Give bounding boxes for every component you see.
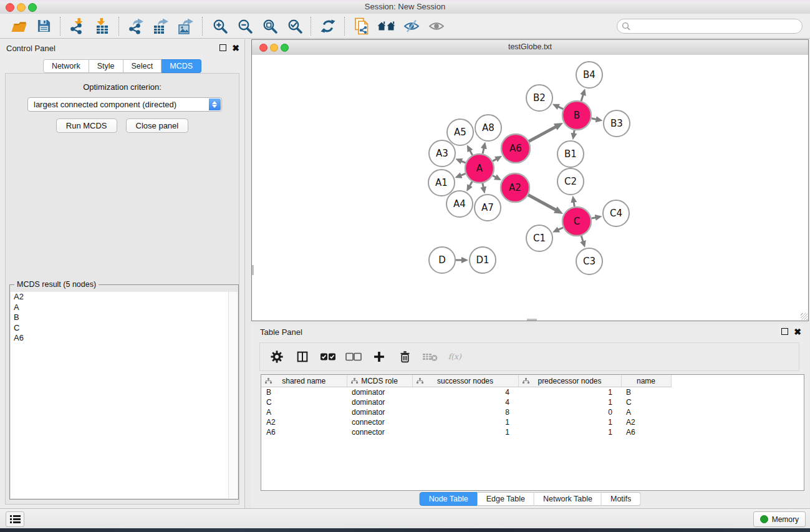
node-table-container[interactable]: shared nameMCDS rolesuccessor nodesprede…: [261, 374, 804, 491]
graph-node-A4[interactable]: A4: [446, 191, 473, 217]
graph-edge-A-A5[interactable]: [470, 150, 473, 155]
graph-node-A1[interactable]: A1: [428, 170, 455, 196]
result-node-item[interactable]: A: [11, 302, 229, 313]
result-node-item[interactable]: C: [11, 323, 229, 334]
table-cell[interactable]: A2: [261, 417, 347, 427]
tab-select[interactable]: Select: [123, 59, 162, 73]
resize-grip[interactable]: [801, 313, 808, 320]
graph-node-A2[interactable]: A2: [501, 173, 529, 202]
float-table-panel-icon[interactable]: [781, 328, 788, 335]
table-cell[interactable]: C: [621, 397, 671, 407]
table-cell[interactable]: A2: [621, 417, 671, 427]
table-cell[interactable]: B: [621, 387, 671, 398]
export-image-button[interactable]: [173, 16, 198, 37]
criterion-dropdown[interactable]: largest connected component (directed): [27, 97, 222, 112]
table-cell[interactable]: 1: [412, 417, 518, 427]
refresh-button[interactable]: [316, 16, 340, 37]
graph-node-B4[interactable]: B4: [576, 62, 602, 88]
table-cell[interactable]: 0: [518, 407, 621, 417]
column-header-successor-nodes[interactable]: successor nodes: [412, 375, 518, 387]
import-network-button[interactable]: [65, 16, 90, 37]
deselect-all-columns-button[interactable]: [345, 349, 362, 365]
graph-edge-A-A8[interactable]: [483, 148, 484, 153]
zoom-in-button[interactable]: [207, 16, 232, 37]
graph-node-A7[interactable]: A7: [475, 195, 501, 221]
table-cell[interactable]: 1: [518, 417, 621, 427]
column-header-predecessor-nodes[interactable]: predecessor nodes: [518, 375, 621, 387]
graph-edge-C-C4[interactable]: [592, 218, 596, 218]
result-list-scrollbar[interactable]: [228, 292, 238, 498]
table-row[interactable]: A6connector11A6: [261, 427, 804, 437]
task-history-button[interactable]: [6, 511, 24, 527]
result-node-item[interactable]: A6: [11, 333, 229, 344]
column-header-shared-name[interactable]: shared name: [261, 375, 347, 387]
hide-panels-button[interactable]: [399, 16, 424, 37]
table-cell[interactable]: A: [261, 407, 347, 417]
close-table-panel-icon[interactable]: ✖: [794, 329, 801, 335]
graph-node-A6[interactable]: A6: [501, 134, 530, 163]
mcds-result-list[interactable]: A2ABCA6: [11, 292, 229, 498]
canvas-vscroll-thumb[interactable]: [252, 265, 254, 275]
graph-node-A[interactable]: A: [465, 154, 494, 183]
add-column-button[interactable]: [371, 349, 387, 365]
column-header-MCDS-role[interactable]: MCDS role: [347, 375, 412, 387]
graph-node-C[interactable]: C: [562, 207, 591, 236]
table-cell[interactable]: A6: [261, 427, 347, 437]
table-cell[interactable]: connector: [347, 427, 412, 437]
graph-node-C2[interactable]: C2: [557, 168, 584, 195]
table-cell[interactable]: 4: [412, 387, 518, 398]
graph-edge-A-A4[interactable]: [470, 181, 472, 186]
close-panel-icon[interactable]: ✖: [232, 45, 239, 51]
table-cell[interactable]: C: [261, 397, 347, 407]
table-cell[interactable]: B: [261, 387, 347, 398]
result-node-item[interactable]: A2: [11, 292, 229, 302]
graph-edge-B-B4[interactable]: [581, 95, 583, 102]
table-row[interactable]: A2connector11A2: [261, 417, 804, 427]
tab-node-table[interactable]: Node Table: [420, 492, 478, 506]
tab-edge-table[interactable]: Edge Table: [478, 492, 534, 506]
zoom-selected-button[interactable]: [282, 16, 307, 37]
graph-node-B[interactable]: B: [562, 101, 591, 130]
zoom-fit-button[interactable]: [257, 16, 282, 37]
graph-edge-A-A2[interactable]: [493, 175, 496, 177]
table-row[interactable]: Cdominator41C: [261, 397, 804, 407]
graph-node-D[interactable]: D: [429, 247, 455, 273]
graph-node-C1[interactable]: C1: [526, 225, 552, 251]
delete-column-button[interactable]: [397, 349, 413, 365]
table-cell[interactable]: connector: [347, 417, 412, 427]
graph-node-B1[interactable]: B1: [557, 141, 584, 167]
column-header-name[interactable]: name: [621, 375, 671, 387]
close-panel-button[interactable]: Close panel: [126, 118, 189, 133]
houses-button[interactable]: [374, 16, 399, 37]
graph-node-B3[interactable]: B3: [604, 110, 630, 137]
graph-edge-C-C3[interactable]: [581, 236, 583, 242]
table-cell[interactable]: dominator: [347, 387, 412, 398]
tab-mcds[interactable]: MCDS: [162, 59, 201, 73]
table-cell[interactable]: 1: [518, 387, 621, 398]
tab-network[interactable]: Network: [43, 59, 89, 73]
table-cell[interactable]: 1: [412, 427, 518, 437]
graph-node-C3[interactable]: C3: [576, 248, 602, 274]
graph-node-B2[interactable]: B2: [526, 85, 552, 111]
graph-edge-B-B1[interactable]: [574, 130, 574, 134]
zoom-out-button[interactable]: [232, 16, 257, 37]
graph-edge-A-A1[interactable]: [461, 173, 466, 175]
table-cell[interactable]: dominator: [347, 407, 412, 417]
export-table-button[interactable]: [148, 16, 173, 37]
table-cell[interactable]: 8: [412, 407, 518, 417]
split-columns-button[interactable]: [294, 349, 311, 365]
graph-edge-A-A7[interactable]: [483, 183, 483, 188]
table-cell[interactable]: A: [621, 407, 671, 417]
canvas-hscroll-thumb[interactable]: [527, 319, 537, 321]
graph-node-C4[interactable]: C4: [603, 200, 629, 226]
table-cell[interactable]: 4: [412, 397, 518, 407]
table-settings-button[interactable]: [269, 349, 285, 365]
graph-node-A3[interactable]: A3: [429, 140, 455, 167]
show-panels-button[interactable]: [424, 16, 449, 37]
graph-node-D1[interactable]: D1: [470, 247, 496, 273]
graph-edge-A-A3[interactable]: [461, 161, 466, 163]
open-session-button[interactable]: [6, 16, 31, 37]
graph-edge-A-A6[interactable]: [493, 159, 496, 161]
graph-edge-A2-C[interactable]: [528, 195, 556, 210]
tab-motifs[interactable]: Motifs: [602, 492, 640, 506]
